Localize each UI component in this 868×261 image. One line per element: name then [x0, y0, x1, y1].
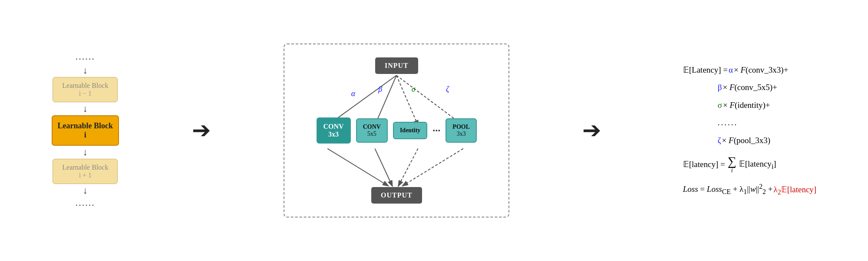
op-identity: Identity — [393, 122, 427, 139]
svg-line-4 — [328, 149, 388, 186]
big-arrow-right: ➔ — [582, 119, 601, 142]
arrow-top: ↓ — [83, 66, 88, 75]
eq-l1-mid1: × F(conv_3x3)+ — [734, 64, 788, 77]
eq-loss-line: Loss = LossCE + λ1||w||22 + λ2𝔼[latency] — [683, 181, 816, 197]
svg-text:β: β — [378, 85, 383, 94]
left-panel: ...... ↓ Learnable Block i − 1 ↓ Learnab… — [52, 51, 119, 210]
eq-latency-line2: β × F(conv_5x5)+ — [683, 81, 816, 94]
eq-l5-zeta: ζ — [718, 134, 721, 147]
eq-loss-lambda2: λ2𝔼[latency] — [773, 184, 816, 197]
block-prev: Learnable Block i − 1 — [53, 77, 118, 102]
eq-l3-sigma: σ — [718, 99, 722, 112]
svg-line-7 — [403, 149, 463, 186]
sigma-under: i — [731, 167, 733, 174]
eq-latency-line3: σ × F(identity)+ — [683, 99, 816, 112]
block-next-label: Learnable Block — [56, 164, 114, 171]
block-curr: Learnable Block i — [52, 115, 119, 146]
block-prev-sub: i − 1 — [56, 90, 114, 97]
op-pool3x3-sub: 3x3 — [452, 130, 470, 137]
svg-text:ζ: ζ — [446, 85, 450, 94]
eq-sum-line: 𝔼[latency] = ∑ i 𝔼[latencyi] — [683, 155, 816, 174]
op-dots: ··· — [432, 125, 440, 137]
equations-panel: 𝔼[Latency] = α × F(conv_3x3)+ β × F(conv… — [674, 64, 816, 197]
op-pool3x3: POOL 3x3 — [446, 118, 477, 143]
eq-l4-dots: ...... — [718, 117, 738, 129]
svg-line-5 — [375, 149, 393, 186]
big-arrow-left: ➔ — [192, 119, 211, 142]
eq-l2-mid: × F(conv_5x5)+ — [723, 81, 777, 94]
op-conv3x3-sub: 3x3 — [323, 130, 344, 138]
dots-bottom: ...... — [76, 197, 95, 208]
arrow-mid1: ↓ — [83, 104, 88, 114]
eq-l5-mid: × F(pool_3x3) — [722, 134, 771, 147]
eq-l2-beta: β — [718, 81, 722, 94]
svg-text:α: α — [351, 89, 356, 98]
op-conv5x5-sub: 5x5 — [363, 130, 381, 137]
sigma-symbol: ∑ — [728, 155, 736, 167]
dots-top: ...... — [76, 51, 95, 62]
op-conv3x3: CONV 3x3 — [317, 117, 351, 144]
sigma-wrapper: ∑ i — [728, 155, 736, 174]
ops-row: CONV 3x3 CONV 5x5 Identity ··· POOL 3x3 — [317, 117, 477, 144]
input-box: INPUT — [375, 57, 418, 74]
block-curr-sub: i — [56, 130, 115, 140]
op-conv3x3-label: CONV — [323, 123, 344, 130]
nas-diagram: α β σ ζ INPUT CONV 3x3 CONV — [284, 44, 509, 218]
op-conv5x5: CONV 5x5 — [356, 118, 388, 143]
eq-latency-line1: 𝔼[Latency] = α × F(conv_3x3)+ — [683, 64, 816, 77]
svg-line-6 — [399, 149, 418, 186]
eq-loss-pre: Loss = LossCE + λ1||w||22 + — [683, 181, 773, 197]
block-prev-label: Learnable Block — [56, 82, 114, 90]
svg-text:σ: σ — [412, 85, 416, 94]
block-next: Learnable Block i + 1 — [53, 159, 118, 184]
eq-l1-alpha: α — [729, 64, 733, 77]
op-identity-label: Identity — [400, 127, 420, 134]
op-conv5x5-label: CONV — [363, 124, 381, 130]
main-container: ...... ↓ Learnable Block i − 1 ↓ Learnab… — [0, 0, 868, 261]
eq-sum-pre: 𝔼[latency] = — [683, 158, 725, 171]
block-next-sub: i + 1 — [56, 171, 114, 179]
eq-latency-line5: ζ × F(pool_3x3) — [683, 134, 816, 147]
eq-sum-post: 𝔼[latencyi] — [739, 158, 776, 172]
arrow-mid2: ↓ — [83, 147, 88, 157]
eq-l3-mid: × F(identity)+ — [723, 99, 770, 112]
op-pool3x3-label: POOL — [452, 124, 470, 130]
eq-l1-pre: 𝔼[Latency] = — [683, 64, 728, 77]
block-curr-label: Learnable Block — [56, 121, 115, 130]
arrow-bottom: ↓ — [83, 186, 88, 195]
eq-latency-line4: ...... — [683, 117, 816, 129]
output-box: OUTPUT — [371, 187, 422, 204]
